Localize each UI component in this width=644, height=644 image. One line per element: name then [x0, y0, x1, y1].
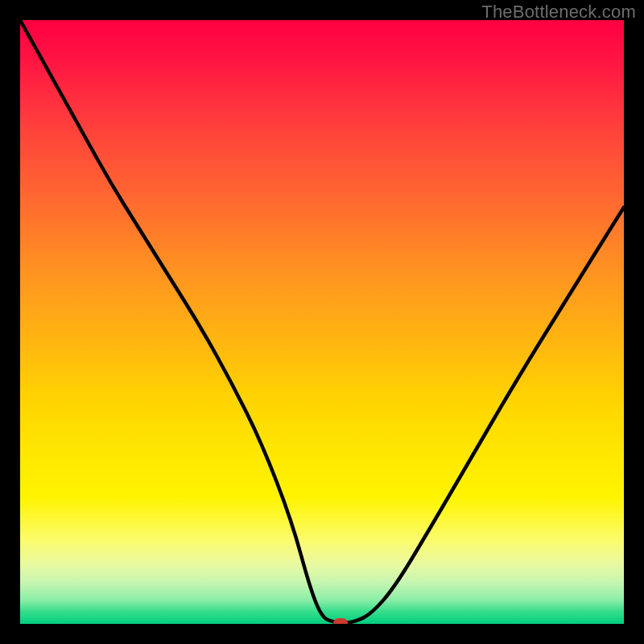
- watermark-text: TheBottleneck.com: [481, 2, 636, 23]
- plot-area: [20, 20, 624, 624]
- minimum-marker: [333, 618, 348, 625]
- bottleneck-curve: [20, 20, 624, 624]
- curve-path: [20, 20, 624, 623]
- chart-frame: TheBottleneck.com: [0, 0, 644, 644]
